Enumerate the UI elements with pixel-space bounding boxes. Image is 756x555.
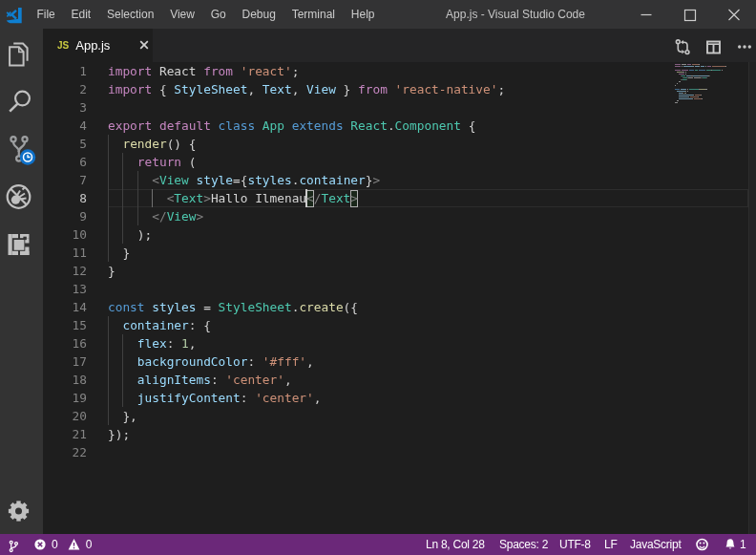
editor-area: JS App.js — [43, 29, 756, 534]
title-bar: FileEditSelectionViewGoDebugTerminalHelp… — [0, 0, 756, 29]
overview-ruler[interactable] — [749, 62, 756, 534]
code-line-4: export default class App extends React.C… — [108, 117, 475, 135]
sync-changes-icon[interactable] — [674, 38, 691, 55]
line-number: 4 — [43, 117, 87, 135]
status-bar: 0 0 Ln 8, Col 28 Spaces: 2 UTF-8 LF Java… — [0, 534, 756, 555]
code-line-1: import React from 'react'; — [108, 62, 299, 80]
bell-icon — [724, 534, 736, 555]
activity-bar — [0, 29, 43, 534]
line-number: 1 — [43, 62, 87, 80]
code-line-20: }, — [108, 407, 137, 425]
window-title: App.js - Visual Studio Code — [446, 0, 585, 29]
warning-icon — [68, 534, 80, 555]
line-number: 22 — [43, 443, 87, 461]
line-number: 9 — [43, 207, 87, 225]
line-number: 3 — [43, 98, 87, 117]
menu-help[interactable]: Help — [343, 0, 382, 29]
git-branch-indicator[interactable] — [9, 534, 19, 555]
indentation[interactable]: Spaces: 2 — [499, 534, 548, 555]
line-number: 2 — [43, 80, 87, 98]
menu-view[interactable]: View — [162, 0, 203, 29]
code-line-9: </View> — [108, 207, 203, 225]
code-line-11: } — [108, 244, 130, 262]
eol-sequence[interactable]: LF — [604, 534, 618, 555]
explorer-icon[interactable] — [10, 44, 28, 66]
minimize-button[interactable] — [624, 0, 668, 29]
line-number: 21 — [43, 425, 87, 443]
code-line-16: flex: 1, — [108, 334, 197, 352]
line-number: 8 — [43, 189, 87, 207]
code-line-12: } — [108, 262, 116, 280]
menu-terminal[interactable]: Terminal — [284, 0, 343, 29]
git-branch-icon — [9, 535, 19, 555]
vscode-window: FileEditSelectionViewGoDebugTerminalHelp… — [0, 0, 756, 555]
menu-go[interactable]: Go — [202, 0, 234, 29]
line-number: 20 — [43, 407, 87, 425]
menu-edit[interactable]: Edit — [63, 0, 98, 29]
warning-count: 0 — [86, 538, 92, 551]
line-number: 18 — [43, 371, 87, 389]
source-control-icon[interactable] — [10, 137, 35, 165]
code-editor[interactable]: 12345678910111213141516171819202122 impo… — [43, 62, 756, 534]
line-number: 15 — [43, 316, 87, 334]
error-count: 0 — [52, 538, 57, 551]
line-number: 6 — [43, 153, 87, 171]
menu-debug[interactable]: Debug — [234, 0, 284, 29]
code-line-14: const styles = StyleSheet.create({ — [108, 298, 358, 316]
code-line-7: <View style={styles.container}> — [108, 171, 380, 189]
vscode-logo-icon — [2, 1, 27, 26]
search-icon[interactable] — [10, 92, 30, 112]
feedback-smiley-icon — [696, 534, 708, 555]
notification-count: 1 — [740, 538, 746, 551]
code-line-5: render() { — [108, 135, 196, 153]
menu-selection[interactable]: Selection — [99, 0, 162, 29]
line-number: 10 — [43, 225, 87, 244]
code-line-19: justifyContent: 'center', — [108, 389, 321, 407]
line-number: 11 — [43, 244, 87, 262]
menu-file[interactable]: File — [29, 0, 63, 29]
menu-bar: FileEditSelectionViewGoDebugTerminalHelp — [29, 0, 383, 29]
maximize-icon — [668, 0, 712, 29]
notifications-button[interactable]: 1 — [724, 534, 746, 555]
maximize-button[interactable] — [668, 0, 712, 29]
code-line-8: <Text>Hallo Ilmenau</Text> — [108, 189, 358, 207]
extensions-icon[interactable] — [9, 234, 30, 255]
code-line-18: alignItems: 'center', — [108, 371, 292, 389]
minimize-icon — [624, 0, 668, 29]
code-line-15: container: { — [108, 316, 211, 334]
encoding[interactable]: UTF-8 — [559, 534, 591, 555]
line-number: 19 — [43, 389, 87, 407]
minimap[interactable] — [657, 62, 751, 119]
code-line-6: return ( — [108, 153, 196, 171]
problems-indicator[interactable]: 0 0 — [34, 534, 92, 555]
line-number: 12 — [43, 262, 87, 280]
code-line-17: backgroundColor: '#fff', — [108, 352, 314, 371]
line-number: 7 — [43, 171, 87, 189]
line-number: 17 — [43, 352, 87, 371]
line-number: 14 — [43, 298, 87, 316]
close-window-button[interactable] — [712, 0, 756, 29]
code-line-2: import { StyleSheet, Text, View } from '… — [108, 80, 505, 98]
language-mode[interactable]: JavaScript — [630, 534, 682, 555]
close-icon — [712, 0, 756, 29]
window-controls — [624, 0, 756, 29]
error-icon — [34, 534, 46, 555]
feedback-button[interactable] — [696, 534, 708, 555]
line-number: 16 — [43, 334, 87, 352]
settings-gear-icon[interactable] — [9, 501, 29, 521]
code-line-10: ); — [108, 225, 152, 244]
debug-icon[interactable] — [8, 185, 31, 208]
editor-actions — [43, 29, 756, 62]
cursor-position[interactable]: Ln 8, Col 28 — [426, 534, 485, 555]
code-line-21: }); — [108, 425, 130, 443]
split-editor-icon[interactable] — [705, 38, 723, 55]
tab-bar: JS App.js — [43, 29, 756, 62]
line-number: 5 — [43, 135, 87, 153]
line-number: 13 — [43, 280, 87, 298]
more-actions-icon[interactable] — [736, 38, 753, 55]
